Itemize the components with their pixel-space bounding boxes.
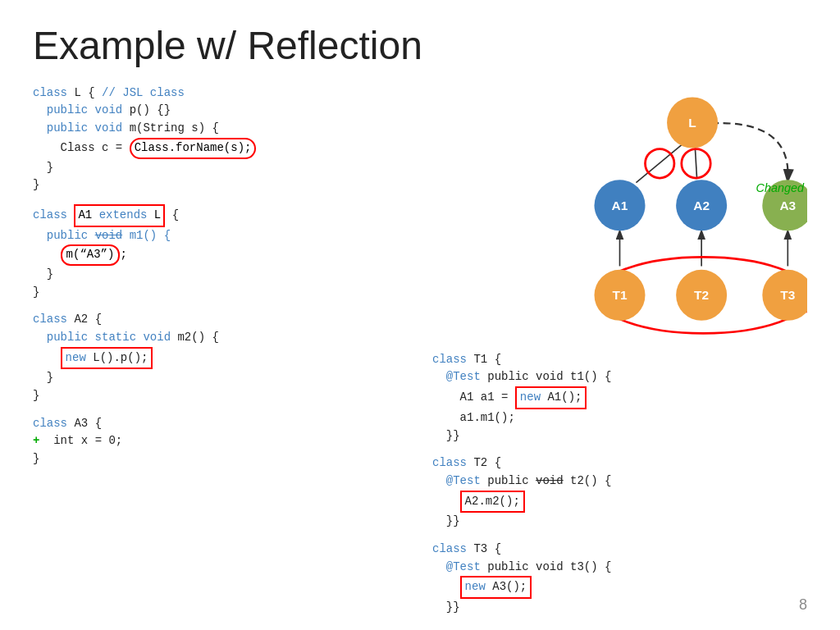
diagram-svg: Run T1 T2 T3 A1 A2 A3 bbox=[432, 84, 807, 339]
right-area: Run T1 T2 T3 A1 A2 A3 bbox=[432, 84, 807, 627]
code-block-T1: class T1 { @Test public void t1() { A1 a… bbox=[432, 351, 807, 445]
svg-text:A1: A1 bbox=[612, 199, 628, 212]
right-code-panel: class T1 { @Test public void t1() { A1 a… bbox=[432, 351, 807, 627]
code-block-T2: class T2 { @Test public void t2() { A2.m… bbox=[432, 454, 807, 531]
svg-text:T3: T3 bbox=[780, 288, 795, 302]
svg-text:T2: T2 bbox=[694, 288, 709, 302]
left-code-panel: class L { // JSL class public void p() {… bbox=[33, 84, 408, 627]
svg-text:L: L bbox=[688, 116, 696, 130]
code-line: @Test public void t3() { bbox=[432, 559, 807, 577]
svg-text:T1: T1 bbox=[612, 288, 627, 302]
code-line: new L().p(); bbox=[33, 347, 408, 370]
code-line: new A3(); bbox=[432, 576, 807, 599]
code-line: class T2 { bbox=[432, 454, 807, 472]
code-line: } bbox=[33, 284, 408, 302]
svg-text:A2: A2 bbox=[693, 199, 710, 212]
svg-text:Changed: Changed bbox=[756, 180, 805, 194]
slide-title: Example w/ Reflection bbox=[33, 25, 807, 68]
code-line: class A2 { bbox=[33, 311, 408, 329]
code-line: class L { // JSL class bbox=[33, 84, 408, 103]
code-line: @Test public void t1() { bbox=[432, 368, 807, 386]
code-line: A1 a1 = new A1(); bbox=[432, 386, 807, 409]
code-line: public void p() {} bbox=[33, 102, 408, 120]
code-line: } bbox=[33, 450, 408, 468]
code-line: class A1 extends L { bbox=[33, 204, 408, 227]
slide: Example w/ Reflection class L { // JSL c… bbox=[0, 0, 840, 630]
code-line: } bbox=[33, 176, 408, 194]
code-line: class T1 { bbox=[432, 351, 807, 369]
code-line: class A3 { bbox=[33, 415, 408, 433]
diagram-area: Run T1 T2 T3 A1 A2 A3 bbox=[432, 84, 807, 339]
code-line: public void m(String s) { bbox=[33, 120, 408, 138]
code-line: class T3 { bbox=[432, 541, 807, 559]
svg-line-1 bbox=[695, 148, 696, 179]
code-line: Class c = Class.forName(s); bbox=[33, 138, 408, 159]
code-line: A2.m2(); bbox=[432, 491, 807, 514]
code-line: }} bbox=[432, 513, 807, 531]
page-number: 8 bbox=[799, 596, 807, 614]
code-line: } bbox=[33, 369, 408, 387]
code-line: }} bbox=[432, 599, 807, 617]
code-block-L: class L { // JSL class public void p() {… bbox=[33, 84, 408, 194]
code-line: }} bbox=[432, 427, 807, 445]
code-block-A1: class A1 extends L { public void m1() { … bbox=[33, 204, 408, 301]
code-line: public static void m2() { bbox=[33, 329, 408, 347]
code-line: + int x = 0; bbox=[33, 432, 408, 450]
code-block-A2: class A2 { public static void m2() { new… bbox=[33, 311, 408, 404]
code-line: m(“A3”); bbox=[33, 244, 408, 266]
code-block-T3: class T3 { @Test public void t3() { new … bbox=[432, 541, 807, 617]
svg-text:A3: A3 bbox=[779, 199, 796, 212]
content-area: class L { // JSL class public void p() {… bbox=[33, 84, 807, 627]
code-line: @Test public void t2() { bbox=[432, 472, 807, 491]
code-line: } bbox=[33, 387, 408, 405]
code-block-A3: class A3 { + int x = 0; } bbox=[33, 415, 408, 468]
code-line: } bbox=[33, 266, 408, 284]
code-line: } bbox=[33, 159, 408, 177]
code-line: public void m1() { bbox=[33, 227, 408, 245]
code-line: a1.m1(); bbox=[432, 409, 807, 427]
